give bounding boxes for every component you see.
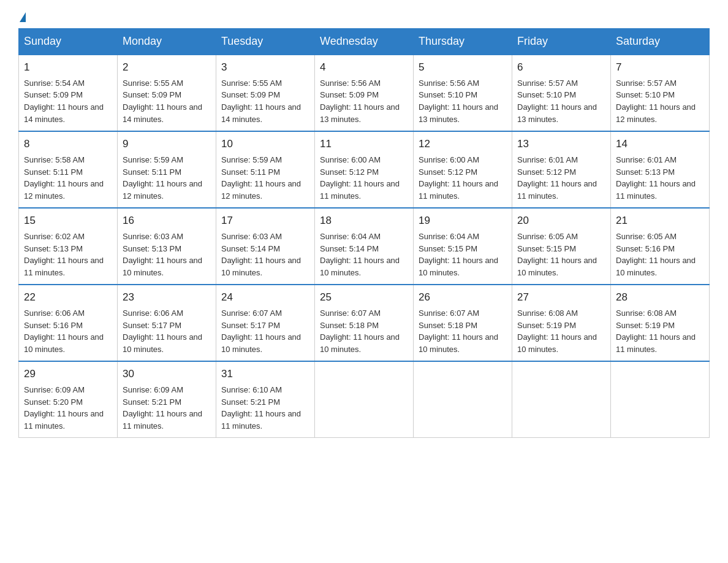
calendar-day-cell: 5 Sunrise: 5:56 AMSunset: 5:10 PMDayligh…	[414, 55, 512, 131]
day-info: Sunrise: 5:56 AMSunset: 5:09 PMDaylight:…	[320, 79, 400, 124]
header-friday: Friday	[512, 29, 611, 55]
calendar-day-cell: 21 Sunrise: 6:05 AMSunset: 5:16 PMDaylig…	[611, 208, 710, 285]
calendar-week-row: 29 Sunrise: 6:09 AMSunset: 5:20 PMDaylig…	[19, 361, 710, 438]
day-info: Sunrise: 6:08 AMSunset: 5:19 PMDaylight:…	[616, 308, 696, 354]
day-number: 29	[24, 367, 112, 382]
day-info: Sunrise: 6:01 AMSunset: 5:12 PMDaylight:…	[517, 155, 597, 201]
calendar-week-row: 15 Sunrise: 6:02 AMSunset: 5:13 PMDaylig…	[19, 208, 710, 285]
day-number: 25	[320, 290, 408, 305]
day-number: 14	[616, 137, 704, 152]
day-info: Sunrise: 5:58 AMSunset: 5:11 PMDaylight:…	[24, 155, 104, 201]
header-thursday: Thursday	[414, 29, 512, 55]
day-info: Sunrise: 6:04 AMSunset: 5:14 PMDaylight:…	[320, 232, 400, 278]
logo-triangle-icon	[20, 12, 26, 22]
calendar-week-row: 22 Sunrise: 6:06 AMSunset: 5:16 PMDaylig…	[19, 285, 710, 361]
day-number: 18	[320, 213, 408, 229]
day-number: 3	[221, 60, 309, 75]
day-number: 27	[517, 290, 605, 305]
day-info: Sunrise: 6:05 AMSunset: 5:16 PMDaylight:…	[616, 232, 696, 278]
calendar-day-cell	[611, 361, 710, 438]
day-number: 2	[123, 60, 211, 75]
calendar-day-cell: 16 Sunrise: 6:03 AMSunset: 5:13 PMDaylig…	[118, 208, 216, 285]
day-info: Sunrise: 6:03 AMSunset: 5:14 PMDaylight:…	[221, 232, 301, 278]
calendar-day-cell: 19 Sunrise: 6:04 AMSunset: 5:15 PMDaylig…	[414, 208, 512, 285]
calendar-day-cell: 9 Sunrise: 5:59 AMSunset: 5:11 PMDayligh…	[118, 131, 216, 208]
header-tuesday: Tuesday	[216, 29, 315, 55]
header-sunday: Sunday	[19, 29, 118, 55]
header-saturday: Saturday	[611, 29, 710, 55]
day-info: Sunrise: 6:05 AMSunset: 5:15 PMDaylight:…	[517, 232, 597, 278]
day-number: 1	[24, 60, 112, 75]
day-number: 22	[24, 290, 112, 305]
day-info: Sunrise: 6:07 AMSunset: 5:18 PMDaylight:…	[320, 308, 400, 354]
day-info: Sunrise: 5:54 AMSunset: 5:09 PMDaylight:…	[24, 79, 104, 124]
calendar-day-cell: 28 Sunrise: 6:08 AMSunset: 5:19 PMDaylig…	[611, 285, 710, 361]
day-info: Sunrise: 6:07 AMSunset: 5:18 PMDaylight:…	[419, 308, 498, 354]
day-info: Sunrise: 6:07 AMSunset: 5:17 PMDaylight:…	[221, 308, 301, 354]
calendar-day-cell: 26 Sunrise: 6:07 AMSunset: 5:18 PMDaylig…	[414, 285, 512, 361]
calendar-day-cell: 14 Sunrise: 6:01 AMSunset: 5:13 PMDaylig…	[611, 131, 710, 208]
calendar-day-cell: 8 Sunrise: 5:58 AMSunset: 5:11 PMDayligh…	[19, 131, 118, 208]
calendar-day-cell: 23 Sunrise: 6:06 AMSunset: 5:17 PMDaylig…	[118, 285, 216, 361]
calendar-day-cell: 3 Sunrise: 5:55 AMSunset: 5:09 PMDayligh…	[216, 55, 315, 131]
day-info: Sunrise: 6:06 AMSunset: 5:17 PMDaylight:…	[123, 308, 202, 354]
calendar-day-cell: 20 Sunrise: 6:05 AMSunset: 5:15 PMDaylig…	[512, 208, 611, 285]
day-info: Sunrise: 6:09 AMSunset: 5:20 PMDaylight:…	[24, 385, 104, 431]
calendar-header-row: SundayMondayTuesdayWednesdayThursdayFrid…	[19, 29, 710, 55]
calendar-day-cell: 18 Sunrise: 6:04 AMSunset: 5:14 PMDaylig…	[315, 208, 414, 285]
day-number: 30	[123, 367, 211, 382]
calendar-day-cell	[414, 361, 512, 438]
calendar-week-row: 8 Sunrise: 5:58 AMSunset: 5:11 PMDayligh…	[19, 131, 710, 208]
day-info: Sunrise: 5:55 AMSunset: 5:09 PMDaylight:…	[221, 79, 301, 124]
calendar-day-cell: 4 Sunrise: 5:56 AMSunset: 5:09 PMDayligh…	[315, 55, 414, 131]
day-info: Sunrise: 6:00 AMSunset: 5:12 PMDaylight:…	[419, 155, 498, 201]
day-number: 4	[320, 60, 408, 75]
calendar-day-cell: 30 Sunrise: 6:09 AMSunset: 5:21 PMDaylig…	[118, 361, 216, 438]
calendar-day-cell: 24 Sunrise: 6:07 AMSunset: 5:17 PMDaylig…	[216, 285, 315, 361]
day-number: 5	[419, 60, 507, 75]
day-number: 11	[320, 137, 408, 152]
calendar-day-cell: 15 Sunrise: 6:02 AMSunset: 5:13 PMDaylig…	[19, 208, 118, 285]
calendar-day-cell	[315, 361, 414, 438]
day-number: 6	[517, 60, 605, 75]
calendar-day-cell: 12 Sunrise: 6:00 AMSunset: 5:12 PMDaylig…	[414, 131, 512, 208]
day-number: 8	[24, 137, 112, 152]
page-header	[18, 12, 710, 22]
day-number: 15	[24, 213, 112, 229]
calendar-day-cell: 27 Sunrise: 6:08 AMSunset: 5:19 PMDaylig…	[512, 285, 611, 361]
calendar-day-cell: 2 Sunrise: 5:55 AMSunset: 5:09 PMDayligh…	[118, 55, 216, 131]
day-info: Sunrise: 6:01 AMSunset: 5:13 PMDaylight:…	[616, 155, 696, 201]
day-info: Sunrise: 6:04 AMSunset: 5:15 PMDaylight:…	[419, 232, 498, 278]
day-number: 26	[419, 290, 507, 305]
calendar-day-cell: 1 Sunrise: 5:54 AMSunset: 5:09 PMDayligh…	[19, 55, 118, 131]
day-number: 9	[123, 137, 211, 152]
calendar-day-cell: 17 Sunrise: 6:03 AMSunset: 5:14 PMDaylig…	[216, 208, 315, 285]
day-number: 12	[419, 137, 507, 152]
day-info: Sunrise: 5:59 AMSunset: 5:11 PMDaylight:…	[123, 155, 202, 201]
day-info: Sunrise: 5:57 AMSunset: 5:10 PMDaylight:…	[517, 79, 597, 124]
day-number: 21	[616, 213, 704, 229]
calendar-day-cell	[512, 361, 611, 438]
day-info: Sunrise: 6:02 AMSunset: 5:13 PMDaylight:…	[24, 232, 104, 278]
day-info: Sunrise: 6:00 AMSunset: 5:12 PMDaylight:…	[320, 155, 400, 201]
calendar-day-cell: 11 Sunrise: 6:00 AMSunset: 5:12 PMDaylig…	[315, 131, 414, 208]
calendar-day-cell: 31 Sunrise: 6:10 AMSunset: 5:21 PMDaylig…	[216, 361, 315, 438]
calendar-day-cell: 13 Sunrise: 6:01 AMSunset: 5:12 PMDaylig…	[512, 131, 611, 208]
day-info: Sunrise: 6:06 AMSunset: 5:16 PMDaylight:…	[24, 308, 104, 354]
calendar-day-cell: 29 Sunrise: 6:09 AMSunset: 5:20 PMDaylig…	[19, 361, 118, 438]
header-monday: Monday	[118, 29, 216, 55]
calendar-day-cell: 25 Sunrise: 6:07 AMSunset: 5:18 PMDaylig…	[315, 285, 414, 361]
day-number: 17	[221, 213, 309, 229]
day-number: 24	[221, 290, 309, 305]
calendar-table: SundayMondayTuesdayWednesdayThursdayFrid…	[18, 28, 710, 438]
day-number: 16	[123, 213, 211, 229]
day-number: 31	[221, 367, 309, 382]
day-info: Sunrise: 6:09 AMSunset: 5:21 PMDaylight:…	[123, 385, 202, 431]
day-info: Sunrise: 5:57 AMSunset: 5:10 PMDaylight:…	[616, 79, 696, 124]
day-number: 10	[221, 137, 309, 152]
day-info: Sunrise: 6:03 AMSunset: 5:13 PMDaylight:…	[123, 232, 202, 278]
day-info: Sunrise: 5:55 AMSunset: 5:09 PMDaylight:…	[123, 79, 202, 124]
day-number: 28	[616, 290, 704, 305]
day-number: 20	[517, 213, 605, 229]
calendar-day-cell: 22 Sunrise: 6:06 AMSunset: 5:16 PMDaylig…	[19, 285, 118, 361]
